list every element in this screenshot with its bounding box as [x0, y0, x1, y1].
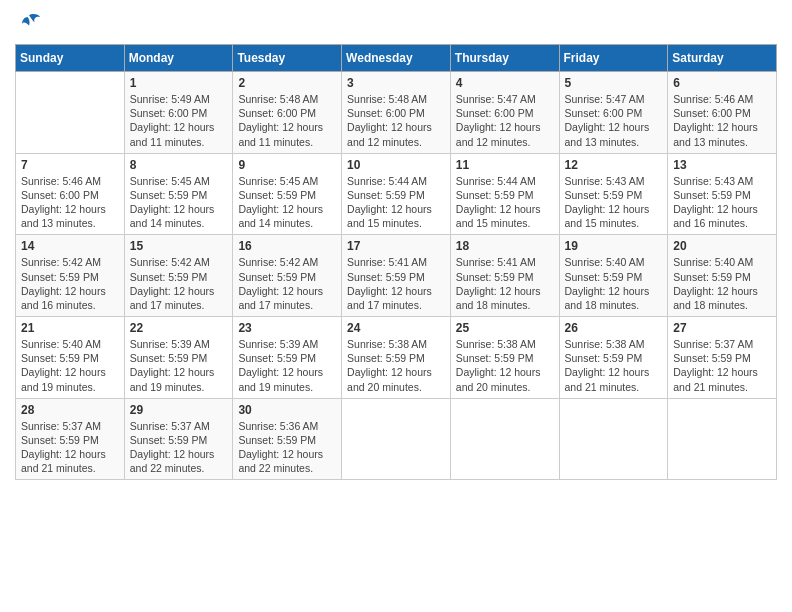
day-info: Sunrise: 5:43 AMSunset: 5:59 PMDaylight:…: [565, 174, 663, 231]
calendar-cell: 2Sunrise: 5:48 AMSunset: 6:00 PMDaylight…: [233, 72, 342, 154]
day-number: 29: [130, 403, 228, 417]
day-number: 11: [456, 158, 554, 172]
calendar-cell: 27Sunrise: 5:37 AMSunset: 5:59 PMDayligh…: [668, 317, 777, 399]
day-info: Sunrise: 5:38 AMSunset: 5:59 PMDaylight:…: [347, 337, 445, 394]
day-number: 24: [347, 321, 445, 335]
calendar-cell: [559, 398, 668, 480]
day-number: 1: [130, 76, 228, 90]
weekday-header-friday: Friday: [559, 45, 668, 72]
day-number: 18: [456, 239, 554, 253]
day-number: 30: [238, 403, 336, 417]
day-number: 27: [673, 321, 771, 335]
calendar-cell: 29Sunrise: 5:37 AMSunset: 5:59 PMDayligh…: [124, 398, 233, 480]
calendar-cell: 13Sunrise: 5:43 AMSunset: 5:59 PMDayligh…: [668, 153, 777, 235]
day-number: 9: [238, 158, 336, 172]
day-info: Sunrise: 5:37 AMSunset: 5:59 PMDaylight:…: [130, 419, 228, 476]
day-info: Sunrise: 5:39 AMSunset: 5:59 PMDaylight:…: [130, 337, 228, 394]
day-info: Sunrise: 5:49 AMSunset: 6:00 PMDaylight:…: [130, 92, 228, 149]
day-number: 23: [238, 321, 336, 335]
day-info: Sunrise: 5:47 AMSunset: 6:00 PMDaylight:…: [565, 92, 663, 149]
calendar-week-2: 7Sunrise: 5:46 AMSunset: 6:00 PMDaylight…: [16, 153, 777, 235]
day-info: Sunrise: 5:42 AMSunset: 5:59 PMDaylight:…: [238, 255, 336, 312]
logo-bird-icon: [15, 10, 43, 38]
calendar-cell: 17Sunrise: 5:41 AMSunset: 5:59 PMDayligh…: [342, 235, 451, 317]
weekday-header-thursday: Thursday: [450, 45, 559, 72]
calendar-cell: 20Sunrise: 5:40 AMSunset: 5:59 PMDayligh…: [668, 235, 777, 317]
day-info: Sunrise: 5:37 AMSunset: 5:59 PMDaylight:…: [21, 419, 119, 476]
calendar-table: SundayMondayTuesdayWednesdayThursdayFrid…: [15, 44, 777, 480]
calendar-cell: 19Sunrise: 5:40 AMSunset: 5:59 PMDayligh…: [559, 235, 668, 317]
day-info: Sunrise: 5:45 AMSunset: 5:59 PMDaylight:…: [130, 174, 228, 231]
calendar-cell: 18Sunrise: 5:41 AMSunset: 5:59 PMDayligh…: [450, 235, 559, 317]
calendar-cell: 22Sunrise: 5:39 AMSunset: 5:59 PMDayligh…: [124, 317, 233, 399]
day-info: Sunrise: 5:47 AMSunset: 6:00 PMDaylight:…: [456, 92, 554, 149]
calendar-cell: 14Sunrise: 5:42 AMSunset: 5:59 PMDayligh…: [16, 235, 125, 317]
calendar-cell: 26Sunrise: 5:38 AMSunset: 5:59 PMDayligh…: [559, 317, 668, 399]
day-info: Sunrise: 5:40 AMSunset: 5:59 PMDaylight:…: [21, 337, 119, 394]
day-info: Sunrise: 5:46 AMSunset: 6:00 PMDaylight:…: [673, 92, 771, 149]
calendar-cell: 15Sunrise: 5:42 AMSunset: 5:59 PMDayligh…: [124, 235, 233, 317]
day-info: Sunrise: 5:41 AMSunset: 5:59 PMDaylight:…: [456, 255, 554, 312]
calendar-cell: 24Sunrise: 5:38 AMSunset: 5:59 PMDayligh…: [342, 317, 451, 399]
calendar-cell: 7Sunrise: 5:46 AMSunset: 6:00 PMDaylight…: [16, 153, 125, 235]
page-header: [15, 10, 777, 38]
day-number: 8: [130, 158, 228, 172]
day-number: 15: [130, 239, 228, 253]
day-info: Sunrise: 5:42 AMSunset: 5:59 PMDaylight:…: [130, 255, 228, 312]
day-number: 6: [673, 76, 771, 90]
calendar-cell: 11Sunrise: 5:44 AMSunset: 5:59 PMDayligh…: [450, 153, 559, 235]
weekday-header-saturday: Saturday: [668, 45, 777, 72]
calendar-cell: 25Sunrise: 5:38 AMSunset: 5:59 PMDayligh…: [450, 317, 559, 399]
day-info: Sunrise: 5:42 AMSunset: 5:59 PMDaylight:…: [21, 255, 119, 312]
calendar-cell: 8Sunrise: 5:45 AMSunset: 5:59 PMDaylight…: [124, 153, 233, 235]
day-info: Sunrise: 5:43 AMSunset: 5:59 PMDaylight:…: [673, 174, 771, 231]
calendar-week-4: 21Sunrise: 5:40 AMSunset: 5:59 PMDayligh…: [16, 317, 777, 399]
day-number: 21: [21, 321, 119, 335]
calendar-cell: [668, 398, 777, 480]
weekday-header-wednesday: Wednesday: [342, 45, 451, 72]
calendar-cell: 6Sunrise: 5:46 AMSunset: 6:00 PMDaylight…: [668, 72, 777, 154]
logo: [15, 10, 47, 38]
calendar-cell: 28Sunrise: 5:37 AMSunset: 5:59 PMDayligh…: [16, 398, 125, 480]
calendar-cell: 30Sunrise: 5:36 AMSunset: 5:59 PMDayligh…: [233, 398, 342, 480]
calendar-cell: 1Sunrise: 5:49 AMSunset: 6:00 PMDaylight…: [124, 72, 233, 154]
calendar-cell: 12Sunrise: 5:43 AMSunset: 5:59 PMDayligh…: [559, 153, 668, 235]
weekday-header-monday: Monday: [124, 45, 233, 72]
day-number: 20: [673, 239, 771, 253]
day-info: Sunrise: 5:48 AMSunset: 6:00 PMDaylight:…: [238, 92, 336, 149]
day-info: Sunrise: 5:44 AMSunset: 5:59 PMDaylight:…: [347, 174, 445, 231]
calendar-cell: 10Sunrise: 5:44 AMSunset: 5:59 PMDayligh…: [342, 153, 451, 235]
day-number: 19: [565, 239, 663, 253]
calendar-cell: 23Sunrise: 5:39 AMSunset: 5:59 PMDayligh…: [233, 317, 342, 399]
calendar-header: SundayMondayTuesdayWednesdayThursdayFrid…: [16, 45, 777, 72]
calendar-week-5: 28Sunrise: 5:37 AMSunset: 5:59 PMDayligh…: [16, 398, 777, 480]
calendar-week-3: 14Sunrise: 5:42 AMSunset: 5:59 PMDayligh…: [16, 235, 777, 317]
day-number: 7: [21, 158, 119, 172]
day-info: Sunrise: 5:40 AMSunset: 5:59 PMDaylight:…: [673, 255, 771, 312]
day-number: 16: [238, 239, 336, 253]
day-info: Sunrise: 5:37 AMSunset: 5:59 PMDaylight:…: [673, 337, 771, 394]
day-number: 3: [347, 76, 445, 90]
day-number: 14: [21, 239, 119, 253]
day-number: 4: [456, 76, 554, 90]
day-info: Sunrise: 5:39 AMSunset: 5:59 PMDaylight:…: [238, 337, 336, 394]
day-number: 22: [130, 321, 228, 335]
day-info: Sunrise: 5:41 AMSunset: 5:59 PMDaylight:…: [347, 255, 445, 312]
calendar-cell: [342, 398, 451, 480]
calendar-cell: 3Sunrise: 5:48 AMSunset: 6:00 PMDaylight…: [342, 72, 451, 154]
calendar-body: 1Sunrise: 5:49 AMSunset: 6:00 PMDaylight…: [16, 72, 777, 480]
day-info: Sunrise: 5:38 AMSunset: 5:59 PMDaylight:…: [456, 337, 554, 394]
calendar-cell: 4Sunrise: 5:47 AMSunset: 6:00 PMDaylight…: [450, 72, 559, 154]
day-number: 2: [238, 76, 336, 90]
calendar-cell: 9Sunrise: 5:45 AMSunset: 5:59 PMDaylight…: [233, 153, 342, 235]
weekday-header-tuesday: Tuesday: [233, 45, 342, 72]
day-info: Sunrise: 5:46 AMSunset: 6:00 PMDaylight:…: [21, 174, 119, 231]
day-number: 26: [565, 321, 663, 335]
day-number: 5: [565, 76, 663, 90]
day-info: Sunrise: 5:40 AMSunset: 5:59 PMDaylight:…: [565, 255, 663, 312]
calendar-cell: 16Sunrise: 5:42 AMSunset: 5:59 PMDayligh…: [233, 235, 342, 317]
weekday-row: SundayMondayTuesdayWednesdayThursdayFrid…: [16, 45, 777, 72]
day-number: 28: [21, 403, 119, 417]
day-info: Sunrise: 5:36 AMSunset: 5:59 PMDaylight:…: [238, 419, 336, 476]
day-info: Sunrise: 5:44 AMSunset: 5:59 PMDaylight:…: [456, 174, 554, 231]
